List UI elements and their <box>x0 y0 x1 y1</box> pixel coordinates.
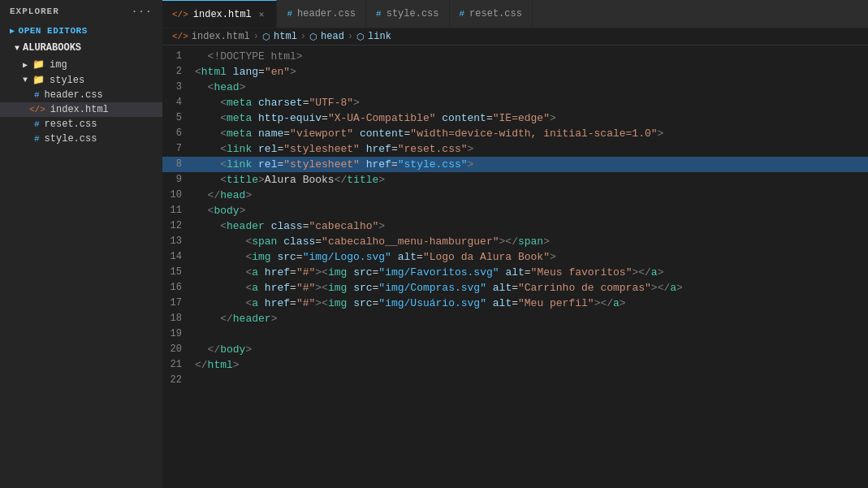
breadcrumb-link[interactable]: ⬡ link <box>356 31 391 42</box>
line-number: 13 <box>162 234 195 249</box>
line-number: 12 <box>162 218 195 234</box>
code-line: 6 <meta name="viewport" content="width=d… <box>162 126 868 141</box>
styles-folder-icon: 📁 <box>32 74 45 86</box>
breadcrumb-sep: › <box>253 31 259 42</box>
line-content: <title>Alura Books</title> <box>195 172 868 188</box>
line-content: <meta http-equiv="X-UA-Compatible" conte… <box>195 110 868 126</box>
img-folder-label: img <box>50 59 67 71</box>
breadcrumb-link-icon: ⬡ <box>356 32 365 42</box>
code-editor[interactable]: 1 <!DOCTYPE html>2<html lang="en">3 <hea… <box>162 45 868 488</box>
sidebar-file-label: style.css <box>45 133 97 145</box>
line-content <box>195 373 868 388</box>
breadcrumb-html-label: html <box>274 31 297 42</box>
line-content: <header class="cabecalho"> <box>195 218 868 234</box>
explorer-label: Explorer <box>10 6 59 16</box>
code-line: 18 </header> <box>162 311 868 326</box>
line-content: <body> <box>195 203 868 218</box>
sidebar-file-label: reset.css <box>45 119 97 130</box>
line-number: 22 <box>162 373 195 388</box>
breadcrumb-sep3: › <box>348 31 353 42</box>
code-line: 22 <box>162 373 868 388</box>
tab-reset-css[interactable]: # reset.css <box>450 0 533 28</box>
styles-folder-label: styles <box>50 75 84 86</box>
line-number: 17 <box>162 296 195 311</box>
tab-header-css[interactable]: # header.css <box>277 0 366 28</box>
line-number: 5 <box>162 110 195 126</box>
code-line: 12 <header class="cabecalho"> <box>162 218 868 234</box>
img-folder[interactable]: ▶ 📁 img <box>0 57 162 72</box>
tab-label: header.css <box>297 8 356 19</box>
code-line: 15 <a href="#"><img src="img/Favoritos.s… <box>162 265 868 280</box>
breadcrumb-head-icon: ⬡ <box>309 32 317 42</box>
tab-hash-icon: # <box>376 9 382 19</box>
line-number: 19 <box>162 326 195 342</box>
line-content: <html lang="en"> <box>195 64 868 80</box>
folder-icon: 📁 <box>32 58 45 71</box>
breadcrumb-file[interactable]: </> index.html <box>172 31 250 42</box>
sidebar: Explorer ··· ▶ Open Editors ▼ ALURABOOKS… <box>0 0 162 488</box>
line-content: </head> <box>195 188 868 203</box>
line-number: 16 <box>162 280 195 296</box>
code-line: 16 <a href="#"><img src="img/Compras.svg… <box>162 280 868 296</box>
line-number: 10 <box>162 188 195 203</box>
breadcrumb-html[interactable]: ⬡ html <box>262 31 297 42</box>
code-line: 7 <link rel="stylesheet" href="reset.css… <box>162 141 868 157</box>
line-content: <span class="cabecalho__menu-hamburguer"… <box>195 234 868 249</box>
project-name: ALURABOOKS <box>23 42 81 54</box>
tab-hash-icon: # <box>460 9 465 19</box>
line-number: 9 <box>162 172 195 188</box>
code-line: 5 <meta http-equiv="X-UA-Compatible" con… <box>162 110 868 126</box>
sidebar-item-style-css[interactable]: # style.css <box>0 132 162 146</box>
sidebar-file-label: index.html <box>50 104 109 115</box>
img-folder-chevron: ▶ <box>23 60 28 70</box>
line-content: <meta charset="UTF-8"> <box>195 95 868 110</box>
code-line: 19 <box>162 326 868 342</box>
hash-icon: # <box>34 134 40 144</box>
code-line: 20 </body> <box>162 342 868 357</box>
hash-icon: # <box>34 119 40 129</box>
line-content: <meta name="viewport" content="width=dev… <box>195 126 868 141</box>
sidebar-item-reset-css[interactable]: # reset.css <box>0 117 162 132</box>
styles-folder-chevron: ▼ <box>23 76 28 84</box>
html-icon: </> <box>29 105 45 114</box>
breadcrumb-sep2: › <box>300 31 306 42</box>
sidebar-item-index-html[interactable]: </> index.html <box>0 102 162 117</box>
project-chevron: ▼ <box>15 44 19 53</box>
line-number: 6 <box>162 126 195 141</box>
line-content: <link rel="stylesheet" href="reset.css"> <box>195 141 868 157</box>
line-number: 8 <box>162 157 195 172</box>
line-content: </body> <box>195 342 868 357</box>
line-content: <a href="#"><img src="img/Compras.svg" a… <box>195 280 868 296</box>
line-number: 14 <box>162 249 195 265</box>
line-content <box>195 326 868 342</box>
breadcrumb-html-icon: </> <box>172 32 188 41</box>
code-line: 1 <!DOCTYPE html> <box>162 49 868 64</box>
sidebar-item-header-css[interactable]: # header.css <box>0 88 162 102</box>
tab-index-html[interactable]: </> index.html ✕ <box>162 0 277 28</box>
line-number: 1 <box>162 49 195 64</box>
open-editors-section[interactable]: ▶ Open Editors <box>0 23 162 39</box>
breadcrumb-link-label: link <box>368 31 391 42</box>
tab-close-button[interactable]: ✕ <box>257 8 267 20</box>
code-line: 8 <link rel="stylesheet" href="style.css… <box>162 157 868 172</box>
breadcrumb-head[interactable]: ⬡ head <box>309 31 344 42</box>
line-content: </header> <box>195 311 868 326</box>
project-folder[interactable]: ▼ ALURABOOKS <box>0 39 162 57</box>
sidebar-file-label: header.css <box>45 89 103 101</box>
tab-label: reset.css <box>469 8 522 19</box>
code-line: 17 <a href="#"><img src="img/Usuário.svg… <box>162 296 868 311</box>
line-content: <a href="#"><img src="img/Favoritos.svg"… <box>195 265 868 280</box>
code-line: 2<html lang="en"> <box>162 64 868 80</box>
sidebar-header: Explorer ··· <box>0 0 162 23</box>
code-line: 11 <body> <box>162 203 868 218</box>
tab-style-css[interactable]: # style.css <box>366 0 449 28</box>
code-line: 10 </head> <box>162 188 868 203</box>
line-number: 18 <box>162 311 195 326</box>
code-line: 3 <head> <box>162 80 868 95</box>
open-editors-chevron: ▶ <box>10 26 15 36</box>
sidebar-header-dots[interactable]: ··· <box>132 6 153 16</box>
line-content: <img src="img/Logo.svg" alt="Logo da Alu… <box>195 249 868 265</box>
styles-folder[interactable]: ▼ 📁 styles <box>0 72 162 88</box>
line-number: 3 <box>162 80 195 95</box>
line-number: 2 <box>162 64 195 80</box>
